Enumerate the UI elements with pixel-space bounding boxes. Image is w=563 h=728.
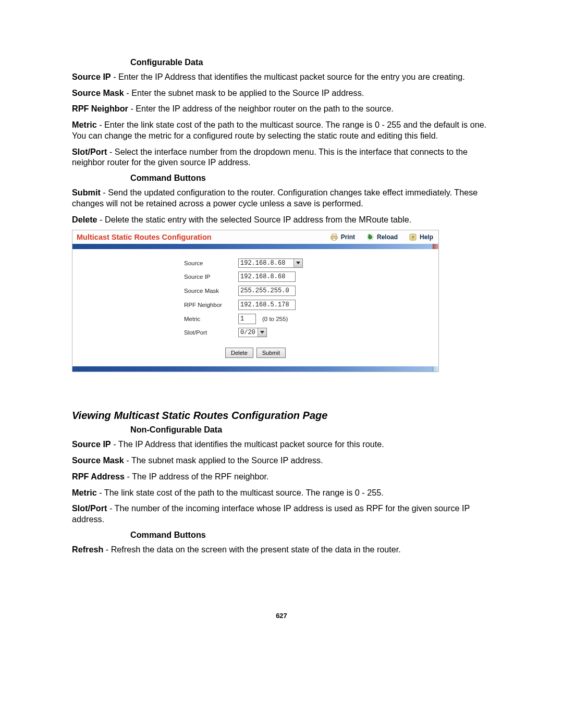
label-source-mask: Source Mask <box>72 288 234 294</box>
chevron-down-icon <box>293 259 302 267</box>
slot-port-select[interactable]: 0/20 <box>238 328 267 337</box>
desc-delete: Delete - Delete the static entry with th… <box>72 214 491 225</box>
delete-button[interactable]: Delete <box>225 348 253 358</box>
config-panel: Multicast Static Routes Configuration Pr… <box>72 230 439 372</box>
desc-refresh: Refresh - Refresh the data on the screen… <box>72 544 491 555</box>
rpf-neighbor-field[interactable]: 192.168.5.178 <box>238 300 296 310</box>
print-button[interactable]: Print <box>331 233 355 241</box>
desc-source-mask: Source Mask - Enter the subnet mask to b… <box>72 88 491 98</box>
desc-slot-port: Slot/Port - Select the interface number … <box>72 146 491 168</box>
heading-non-configurable-data: Non-Configurable Data <box>130 425 491 435</box>
heading-command-buttons-2: Command Buttons <box>130 530 491 540</box>
desc2-source-ip: Source IP - The IP Address that identifi… <box>72 439 491 450</box>
reload-button[interactable]: Reload <box>366 233 398 241</box>
page-number: 627 <box>72 612 491 620</box>
panel-title: Multicast Static Routes Configuration <box>77 233 331 241</box>
label-rpf-neighbor: RPF Neighbor <box>72 302 234 308</box>
svg-rect-2 <box>333 238 336 240</box>
print-icon <box>331 233 339 241</box>
gradient-bar-top <box>72 244 438 249</box>
help-icon: ? <box>409 233 418 241</box>
reload-icon <box>366 233 375 241</box>
desc-rpf-neighbor: RPF Neighbor - Enter the IP address of t… <box>72 103 491 114</box>
submit-button[interactable]: Submit <box>256 348 286 358</box>
label-slot-port: Slot/Port <box>72 329 234 336</box>
metric-range-label: (0 to 255) <box>259 316 288 322</box>
svg-marker-7 <box>296 262 300 264</box>
desc-metric: Metric - Enter the link state cost of th… <box>72 119 491 141</box>
heading-viewing-page: Viewing Multicast Static Routes Configur… <box>72 410 491 422</box>
desc2-slot-port: Slot/Port - The number of the incoming i… <box>72 503 491 524</box>
label-metric: Metric <box>72 316 234 322</box>
heading-command-buttons-1: Command Buttons <box>130 173 491 183</box>
label-source: Source <box>72 260 234 266</box>
gradient-bar-bottom <box>72 366 438 372</box>
svg-marker-8 <box>260 331 264 334</box>
chevron-down-icon <box>258 328 266 337</box>
desc2-metric: Metric - The link state cost of the path… <box>72 487 491 498</box>
help-button[interactable]: ? Help <box>409 233 433 241</box>
source-ip-field[interactable]: 192.168.8.68 <box>238 272 296 282</box>
source-select[interactable]: 192.168.8.68 <box>238 258 303 268</box>
svg-rect-0 <box>332 234 336 236</box>
label-source-ip: Source IP <box>72 274 234 280</box>
desc-submit: Submit - Send the updated configuration … <box>72 187 491 208</box>
desc-source-ip: Source IP - Enter the IP Address that id… <box>72 71 491 82</box>
source-mask-field[interactable]: 255.255.255.0 <box>238 286 296 296</box>
desc2-source-mask: Source Mask - The subnet mask applied to… <box>72 455 491 466</box>
metric-field[interactable]: 1 <box>238 314 256 324</box>
svg-text:?: ? <box>411 235 414 240</box>
heading-configurable-data: Configurable Data <box>130 57 491 67</box>
desc2-rpf-address: RPF Address - The IP address of the RPF … <box>72 471 491 482</box>
